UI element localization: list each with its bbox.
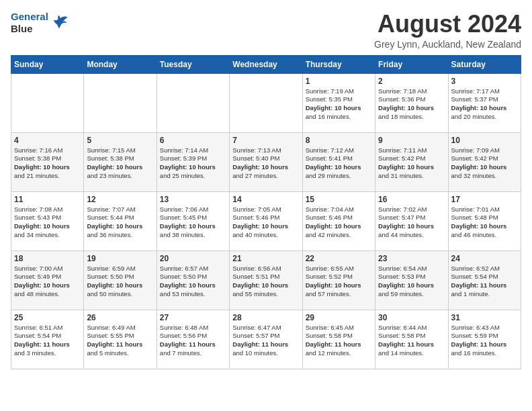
day-number: 22 [306, 254, 372, 263]
calendar-cell: 4Sunrise: 7:16 AMSunset: 5:38 PMDaylight… [11, 132, 84, 191]
calendar-cell: 10Sunrise: 7:09 AMSunset: 5:42 PMDayligh… [448, 132, 521, 191]
day-number: 23 [378, 254, 445, 263]
logo-text: GeneralBlue [11, 11, 48, 35]
calendar-cell: 21Sunrise: 6:56 AMSunset: 5:51 PMDayligh… [230, 250, 302, 310]
calendar-cell [84, 73, 157, 132]
day-number: 11 [14, 195, 81, 204]
calendar-cell: 27Sunrise: 6:48 AMSunset: 5:56 PMDayligh… [157, 310, 229, 369]
day-number: 3 [451, 77, 518, 86]
calendar-week-row: 18Sunrise: 7:00 AMSunset: 5:49 PMDayligh… [11, 250, 521, 310]
day-number: 31 [451, 313, 518, 322]
calendar-cell [230, 73, 302, 132]
day-content: Sunrise: 6:45 AMSunset: 5:58 PMDaylight:… [306, 324, 372, 358]
day-number: 14 [232, 195, 299, 204]
weekday-header-tuesday: Tuesday [157, 55, 229, 73]
weekday-header-row: SundayMondayTuesdayWednesdayThursdayFrid… [11, 55, 521, 73]
day-content: Sunrise: 7:17 AMSunset: 5:37 PMDaylight:… [451, 87, 518, 122]
day-content: Sunrise: 7:15 AMSunset: 5:38 PMDaylight:… [87, 146, 153, 181]
day-content: Sunrise: 6:43 AMSunset: 5:59 PMDaylight:… [451, 324, 518, 358]
calendar-week-row: 4Sunrise: 7:16 AMSunset: 5:38 PMDaylight… [11, 132, 521, 191]
calendar-cell: 14Sunrise: 7:05 AMSunset: 5:46 PMDayligh… [230, 191, 302, 250]
day-number: 10 [451, 136, 518, 145]
title-block: August 2024 Grey Lynn, Auckland, New Zea… [374, 11, 521, 50]
day-number: 26 [87, 313, 153, 322]
day-content: Sunrise: 7:02 AMSunset: 5:47 PMDaylight:… [378, 205, 445, 240]
calendar-cell [157, 73, 229, 132]
month-year-title: August 2024 [374, 11, 521, 38]
day-content: Sunrise: 6:52 AMSunset: 5:54 PMDaylight:… [451, 265, 518, 299]
calendar-cell: 17Sunrise: 7:01 AMSunset: 5:48 PMDayligh… [448, 191, 521, 250]
day-number: 28 [232, 313, 299, 322]
day-content: Sunrise: 6:57 AMSunset: 5:50 PMDaylight:… [160, 265, 226, 299]
day-content: Sunrise: 6:51 AMSunset: 5:54 PMDaylight:… [14, 324, 81, 358]
location-subtitle: Grey Lynn, Auckland, New Zealand [374, 39, 521, 50]
day-content: Sunrise: 7:12 AMSunset: 5:41 PMDaylight:… [306, 146, 372, 181]
calendar-cell: 29Sunrise: 6:45 AMSunset: 5:58 PMDayligh… [302, 310, 375, 369]
calendar-body: 1Sunrise: 7:19 AMSunset: 5:35 PMDaylight… [11, 73, 521, 369]
day-number: 15 [306, 195, 372, 204]
calendar-header: SundayMondayTuesdayWednesdayThursdayFrid… [11, 55, 521, 73]
calendar-cell: 6Sunrise: 7:14 AMSunset: 5:39 PMDaylight… [157, 132, 229, 191]
day-number: 8 [306, 136, 372, 145]
calendar-cell: 28Sunrise: 6:47 AMSunset: 5:57 PMDayligh… [230, 310, 302, 369]
calendar-cell: 1Sunrise: 7:19 AMSunset: 5:35 PMDaylight… [302, 73, 375, 132]
day-content: Sunrise: 7:01 AMSunset: 5:48 PMDaylight:… [451, 205, 518, 240]
day-number: 21 [232, 254, 299, 263]
day-content: Sunrise: 7:04 AMSunset: 5:46 PMDaylight:… [306, 205, 372, 240]
day-number: 25 [14, 313, 81, 322]
day-content: Sunrise: 7:05 AMSunset: 5:46 PMDaylight:… [232, 205, 299, 240]
day-number: 29 [306, 313, 372, 322]
calendar-cell: 11Sunrise: 7:08 AMSunset: 5:43 PMDayligh… [11, 191, 84, 250]
day-content: Sunrise: 7:13 AMSunset: 5:40 PMDaylight:… [232, 146, 299, 181]
calendar-cell: 16Sunrise: 7:02 AMSunset: 5:47 PMDayligh… [375, 191, 448, 250]
day-content: Sunrise: 6:59 AMSunset: 5:50 PMDaylight:… [87, 265, 153, 299]
day-content: Sunrise: 7:07 AMSunset: 5:44 PMDaylight:… [87, 205, 153, 240]
weekday-header-friday: Friday [375, 55, 448, 73]
day-content: Sunrise: 7:06 AMSunset: 5:45 PMDaylight:… [160, 205, 226, 240]
day-content: Sunrise: 6:56 AMSunset: 5:51 PMDaylight:… [232, 265, 299, 299]
logo: GeneralBlue [11, 11, 69, 35]
day-number: 27 [160, 313, 226, 322]
calendar-cell: 2Sunrise: 7:18 AMSunset: 5:36 PMDaylight… [375, 73, 448, 132]
weekday-header-saturday: Saturday [448, 55, 521, 73]
day-number: 18 [14, 254, 81, 263]
day-content: Sunrise: 6:47 AMSunset: 5:57 PMDaylight:… [232, 324, 299, 358]
day-content: Sunrise: 6:44 AMSunset: 5:58 PMDaylight:… [378, 324, 445, 358]
day-number: 17 [451, 195, 518, 204]
calendar-cell: 9Sunrise: 7:11 AMSunset: 5:42 PMDaylight… [375, 132, 448, 191]
calendar-cell: 8Sunrise: 7:12 AMSunset: 5:41 PMDaylight… [302, 132, 375, 191]
day-number: 5 [87, 136, 153, 145]
calendar-cell: 22Sunrise: 6:55 AMSunset: 5:52 PMDayligh… [302, 250, 375, 310]
calendar-cell: 3Sunrise: 7:17 AMSunset: 5:37 PMDaylight… [448, 73, 521, 132]
calendar-cell: 20Sunrise: 6:57 AMSunset: 5:50 PMDayligh… [157, 250, 229, 310]
page-header: GeneralBlue August 2024 Grey Lynn, Auckl… [11, 11, 521, 50]
calendar-cell: 5Sunrise: 7:15 AMSunset: 5:38 PMDaylight… [84, 132, 157, 191]
day-number: 7 [232, 136, 299, 145]
day-number: 13 [160, 195, 226, 204]
day-content: Sunrise: 7:11 AMSunset: 5:42 PMDaylight:… [378, 146, 445, 181]
weekday-header-wednesday: Wednesday [230, 55, 302, 73]
day-number: 4 [14, 136, 81, 145]
day-content: Sunrise: 7:14 AMSunset: 5:39 PMDaylight:… [160, 146, 226, 181]
calendar-week-row: 1Sunrise: 7:19 AMSunset: 5:35 PMDaylight… [11, 73, 521, 132]
calendar-cell: 24Sunrise: 6:52 AMSunset: 5:54 PMDayligh… [448, 250, 521, 310]
calendar-cell [11, 73, 84, 132]
day-number: 30 [378, 313, 445, 322]
day-number: 2 [378, 77, 445, 86]
calendar-cell: 12Sunrise: 7:07 AMSunset: 5:44 PMDayligh… [84, 191, 157, 250]
weekday-header-monday: Monday [84, 55, 157, 73]
day-content: Sunrise: 7:09 AMSunset: 5:42 PMDaylight:… [451, 146, 518, 181]
day-content: Sunrise: 7:00 AMSunset: 5:49 PMDaylight:… [14, 265, 81, 299]
calendar-cell: 25Sunrise: 6:51 AMSunset: 5:54 PMDayligh… [11, 310, 84, 369]
day-content: Sunrise: 6:48 AMSunset: 5:56 PMDaylight:… [160, 324, 226, 358]
weekday-header-sunday: Sunday [11, 55, 84, 73]
day-number: 24 [451, 254, 518, 263]
calendar-cell: 18Sunrise: 7:00 AMSunset: 5:49 PMDayligh… [11, 250, 84, 310]
day-number: 1 [306, 77, 372, 86]
calendar-cell: 23Sunrise: 6:54 AMSunset: 5:53 PMDayligh… [375, 250, 448, 310]
day-content: Sunrise: 7:18 AMSunset: 5:36 PMDaylight:… [378, 87, 445, 122]
day-number: 16 [378, 195, 445, 204]
day-content: Sunrise: 7:16 AMSunset: 5:38 PMDaylight:… [14, 146, 81, 181]
day-number: 9 [378, 136, 445, 145]
calendar-week-row: 11Sunrise: 7:08 AMSunset: 5:43 PMDayligh… [11, 191, 521, 250]
